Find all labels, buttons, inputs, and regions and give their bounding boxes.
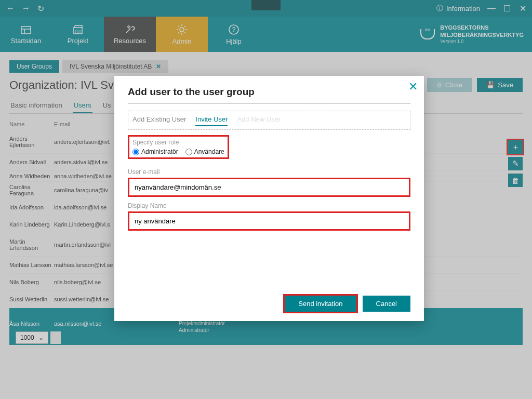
role-label: Specify user role: [132, 139, 224, 146]
email-label: User e-mail: [128, 168, 410, 176]
cancel-button[interactable]: Cancel: [363, 296, 410, 312]
role-group-highlight: Specify user role Administratör Användar…: [128, 135, 229, 159]
display-name-label: Display Name: [128, 202, 410, 209]
modal-tab-add-existing[interactable]: Add Existing User: [132, 115, 186, 126]
close-icon: ✕: [408, 80, 418, 93]
divider: [128, 103, 410, 103]
display-name-field[interactable]: [130, 214, 408, 228]
email-field-highlight: [128, 178, 410, 197]
modal-tabs: Add Existing User Invite User Add New Us…: [128, 111, 410, 130]
radio-input[interactable]: [185, 149, 192, 155]
modal-close-button[interactable]: ✕: [408, 80, 418, 94]
display-name-field-highlight: [128, 211, 410, 231]
modal-title: Add user to the user group: [128, 86, 410, 98]
send-invitation-button[interactable]: Send invitation: [285, 296, 356, 312]
radio-administrator[interactable]: Administratör: [132, 148, 178, 155]
radio-input[interactable]: [132, 149, 139, 155]
modal-tab-add-new[interactable]: Add New User: [237, 115, 281, 126]
email-field[interactable]: [130, 180, 408, 194]
radio-user[interactable]: Användare: [185, 148, 224, 155]
modal-tab-invite-user[interactable]: Invite User: [195, 115, 228, 126]
add-user-modal: ✕ Add user to the user group Add Existin…: [114, 76, 424, 321]
